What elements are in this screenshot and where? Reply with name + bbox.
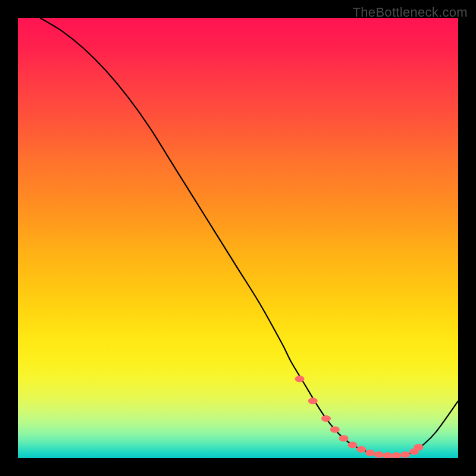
marker-dot xyxy=(374,452,384,458)
bottleneck-curve-path xyxy=(40,18,458,456)
marker-dot xyxy=(356,446,366,453)
marker-dot xyxy=(383,452,393,458)
marker-dot xyxy=(339,435,349,441)
marker-dot xyxy=(347,441,357,448)
marker-dot xyxy=(308,397,318,404)
marker-dot xyxy=(365,450,375,456)
curve-svg xyxy=(18,18,458,458)
marker-dots xyxy=(295,375,424,458)
marker-dot xyxy=(392,452,401,458)
marker-dot xyxy=(295,375,305,382)
marker-dot xyxy=(400,452,410,458)
marker-dot xyxy=(321,415,331,422)
watermark-text: TheBottleneck.com xyxy=(353,5,468,20)
marker-dot xyxy=(330,426,340,433)
chart-plot-area xyxy=(18,18,458,458)
marker-dot xyxy=(414,444,423,450)
